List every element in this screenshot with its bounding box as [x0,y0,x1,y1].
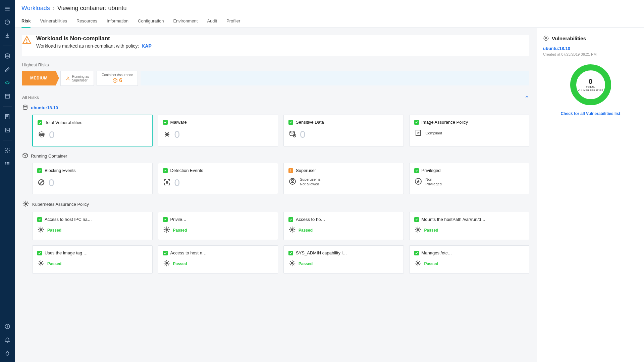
svg-point-22 [26,42,27,43]
risk-card[interactable]: Manages /etc…Passed [409,245,530,274]
risk-card[interactable]: Access to host n…Passed [158,245,278,274]
detect-icon [163,178,172,187]
nav-stack-icon[interactable] [2,51,13,61]
nav-doc-icon[interactable] [2,111,13,122]
svg-line-95 [42,264,43,265]
svg-line-69 [164,231,165,232]
nav-panel-icon[interactable] [2,91,13,102]
block-icon [37,178,46,187]
cve-icon: CVE [38,130,46,139]
banner-policy-link[interactable]: KAP [142,43,152,49]
risk-group-header[interactable]: ubuntu:18.10 [22,104,529,111]
group-title: ubuntu:18.10 [31,105,58,110]
collapse-toggle-icon[interactable] [525,95,529,100]
banner-subtitle: Workload is marked as non-compliant with… [36,43,152,49]
tab-risk[interactable]: Risk [21,15,31,27]
card-title: Access to ho… [296,217,325,222]
nav-workloads-icon[interactable] [2,77,13,88]
check-badge-icon [37,251,42,255]
risk-card[interactable]: Mounts the hostPath /var/run/d…Passed [409,212,530,240]
svg-line-50 [27,205,28,206]
card-value: 0 [49,177,54,188]
passed-label: Passed [424,261,438,266]
card-title: Malware [170,120,187,125]
check-badge-icon [38,120,42,125]
check-badge-icon [163,120,168,125]
svg-point-107 [291,262,293,264]
svg-line-88 [419,228,420,229]
svg-line-70 [168,228,169,229]
risk-card[interactable]: Image Assurance PolicyCompliant [409,115,530,146]
risk-group-header: Running Container [22,153,529,160]
svg-line-114 [290,264,291,265]
svg-line-68 [168,231,169,232]
svg-point-125 [544,36,548,41]
tab-information[interactable]: Information [107,15,128,27]
card-title: SYS_ADMIN capability i… [296,250,347,255]
svg-line-76 [290,228,291,229]
risk-card[interactable]: Access to host IPC na…Passed [32,212,153,240]
risk-card[interactable]: Access to ho…Passed [283,212,404,240]
nav-dashboard-icon[interactable] [2,17,13,27]
bug-icon [163,130,172,139]
risk-card[interactable]: Privile…Passed [158,212,278,240]
policy-icon [414,129,423,137]
nav-drop-icon[interactable] [2,348,13,359]
donut-total-label2: VULNERABILITIES [578,89,603,92]
svg-line-52 [27,202,28,203]
risk-card[interactable]: Total VulnerabilitiesCVE0 [32,115,153,146]
nav-bell-icon[interactable] [2,335,13,345]
tab-vulnerabilities[interactable]: Vulnerabilities [40,15,67,27]
card-title: Detection Events [170,168,203,173]
user-icon [288,177,297,186]
svg-point-40 [166,181,168,183]
tab-environment[interactable]: Environment [173,15,198,27]
check-all-vulns-link[interactable]: Check for all Vulnerabilities list [561,111,621,116]
target-icon [543,35,549,41]
risk-card[interactable]: SYS_ADMIN capability i…Passed [283,245,404,274]
risk-card[interactable]: Uses the image tag …Passed [32,245,153,274]
passed-label: Passed [299,228,313,233]
db-icon [288,130,297,139]
svg-line-106 [168,261,169,262]
risk-pill-container-assurance[interactable]: Container Assurance 6 [97,71,138,86]
nav-info-icon[interactable] [2,321,13,332]
passed-label: Passed [173,261,187,266]
tab-audit[interactable]: Audit [207,15,217,27]
breadcrumb-separator: › [53,5,55,12]
svg-point-126 [545,38,547,39]
card-title: Mounts the hostPath /var/run/d… [422,217,486,222]
svg-point-42 [291,179,293,181]
risk-card[interactable]: Sensitive Data0 [283,115,404,146]
risk-card[interactable]: !SuperuserSuperuser isNot allowed [283,163,404,194]
risk-card[interactable]: Malware0 [158,115,278,146]
nav-download-icon[interactable] [2,30,13,41]
svg-line-123 [416,264,417,265]
risk-pill-superuser[interactable]: Running as Superuser [60,71,94,86]
breadcrumb-root-link[interactable]: Workloads [21,5,50,12]
risk-card[interactable]: Detection Events0 [158,163,278,194]
wheel-icon [288,226,296,234]
nav-edit-icon[interactable] [2,64,13,75]
nav-menu-icon[interactable] [2,3,13,14]
side-panel-image-link[interactable]: ubuntu:18.10 [543,46,638,51]
tab-resources[interactable]: Resources [76,15,97,27]
nav-settings-icon[interactable] [2,145,13,156]
nav-image-icon[interactable] [2,125,13,135]
tab-profiler[interactable]: Profiler [226,15,240,27]
svg-line-49 [24,202,25,203]
svg-line-122 [419,264,420,265]
wheel-icon [37,259,45,268]
svg-point-53 [40,228,42,231]
risk-card[interactable]: PrivilegedNonPrivileged [409,163,530,194]
risk-card[interactable]: Blocking Events0 [32,163,153,194]
card-value: 0 [174,129,180,140]
nav-grid-icon[interactable] [2,159,13,169]
svg-rect-17 [8,164,9,165]
wheel-icon [163,259,170,268]
card-title: Blocking Events [45,168,76,173]
passed-label: Passed [173,228,187,233]
tab-configuration[interactable]: Configuration [138,15,164,27]
side-panel-title: Vulnerabilities [543,35,638,41]
breadcrumb-current: Viewing container: ubuntu [57,5,127,12]
